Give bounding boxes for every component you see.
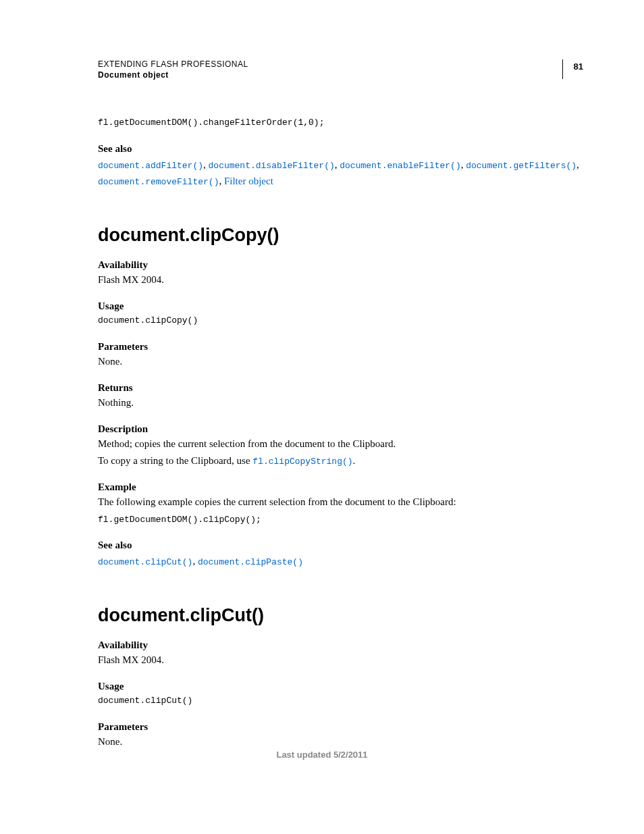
description-text: Method; copies the current selection fro… <box>98 437 583 451</box>
parameters-text: None. <box>98 355 583 369</box>
availability-text-2: Flash MX 2004. <box>98 653 583 667</box>
page-container: EXTENDING FLASH PROFESSIONAL Document ob… <box>0 0 644 785</box>
header-title: EXTENDING FLASH PROFESSIONAL <box>98 59 248 69</box>
example-label: Example <box>98 481 583 493</box>
link-clippaste[interactable]: document.clipPaste() <box>198 557 303 567</box>
header-left: EXTENDING FLASH PROFESSIONAL Document ob… <box>98 59 248 80</box>
heading-clipcopy: document.clipCopy() <box>98 225 583 246</box>
description-extra-pre: To copy a string to the Clipboard, use <box>98 455 252 466</box>
see-also-label-1: See also <box>98 143 583 155</box>
see-also-links-1: document.addFilter(), document.disableFi… <box>98 157 583 190</box>
link-remove-filter[interactable]: document.removeFilter() <box>98 177 219 187</box>
link-filter-object[interactable]: Filter object <box>224 176 273 186</box>
link-get-filters[interactable]: document.getFilters() <box>466 161 576 171</box>
returns-label: Returns <box>98 382 583 394</box>
page-header: EXTENDING FLASH PROFESSIONAL Document ob… <box>98 59 583 80</box>
availability-text: Flash MX 2004. <box>98 273 583 287</box>
see-also-links-2: document.clipCut(), document.clipPaste() <box>98 553 583 570</box>
link-clipcopystring[interactable]: fl.clipCopyString() <box>252 457 352 467</box>
header-subtitle: Document object <box>98 70 248 80</box>
usage-code-2: document.clipCut() <box>98 694 583 708</box>
footer-updated: Last updated 5/2/2011 <box>0 750 644 760</box>
example-text: The following example copies the current… <box>98 495 583 509</box>
link-enable-filter[interactable]: document.enableFilter() <box>340 161 460 171</box>
description-extra-post: . <box>353 455 356 466</box>
parameters-text-2: None. <box>98 735 583 749</box>
link-add-filter[interactable]: document.addFilter() <box>98 161 203 171</box>
usage-label: Usage <box>98 301 583 312</box>
usage-label-2: Usage <box>98 681 583 692</box>
link-clipcut[interactable]: document.clipCut() <box>98 557 192 567</box>
availability-label: Availability <box>98 259 583 271</box>
intro-code-block: fl.getDocumentDOM().changeFilterOrder(1,… <box>98 116 583 130</box>
description-extra: To copy a string to the Clipboard, use f… <box>98 454 583 468</box>
link-disable-filter[interactable]: document.disableFilter() <box>209 161 335 171</box>
example-code: fl.getDocumentDOM().clipCopy(); <box>98 513 583 527</box>
parameters-label-2: Parameters <box>98 721 583 733</box>
page-number: 81 <box>562 59 583 79</box>
heading-clipcut: document.clipCut() <box>98 605 583 626</box>
parameters-label: Parameters <box>98 341 583 353</box>
returns-text: Nothing. <box>98 396 583 410</box>
usage-code: document.clipCopy() <box>98 314 583 328</box>
see-also-label-2: See also <box>98 540 583 551</box>
availability-label-2: Availability <box>98 640 583 651</box>
description-label: Description <box>98 423 583 435</box>
